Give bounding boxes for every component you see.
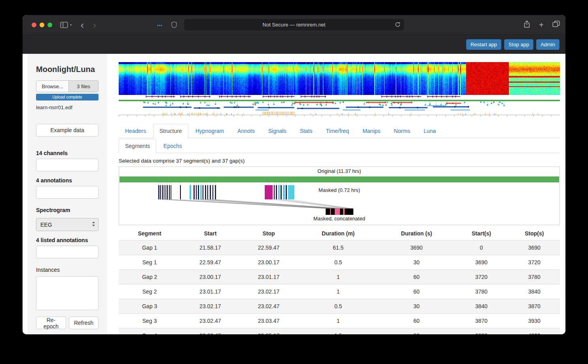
table-cell: 23.01.17 bbox=[240, 270, 298, 284]
column-header: Start bbox=[180, 227, 240, 241]
channels-select-input[interactable] bbox=[36, 159, 99, 171]
table-cell: Gap 3 bbox=[119, 299, 180, 314]
table-cell: 22.59.47 bbox=[180, 255, 240, 270]
zoom-window-button[interactable] bbox=[47, 23, 52, 27]
spectrogram-channel-value: EEG bbox=[40, 222, 52, 228]
subtab-epochs[interactable]: Epochs bbox=[157, 139, 188, 153]
tab-annots[interactable]: Annots bbox=[231, 124, 261, 138]
upload-progress-fill: Upload complete bbox=[36, 94, 99, 100]
uploaded-filename: learn-nsrr01.edf bbox=[36, 104, 99, 110]
file-upload-control[interactable]: Browse... 3 files bbox=[36, 80, 99, 92]
address-bar[interactable]: Not Secure — remnrem.net bbox=[184, 19, 404, 30]
table-cell: 22.59.47 bbox=[240, 241, 298, 255]
table-row: Gap 121.58.1722.59.4761.5369003690 bbox=[119, 241, 560, 255]
address-text: Not Secure — remnrem.net bbox=[263, 22, 326, 28]
table-cell: 3930 bbox=[454, 328, 508, 335]
spectrogram-channel-select[interactable]: EEG bbox=[36, 218, 99, 231]
table-cell: 1 bbox=[298, 270, 379, 284]
table-cell: 3780 bbox=[454, 284, 508, 299]
sidebar-toggle-icon[interactable] bbox=[60, 22, 68, 28]
refresh-button[interactable]: Refresh bbox=[69, 317, 99, 329]
instances-box[interactable] bbox=[36, 276, 99, 310]
forward-button[interactable]: › bbox=[93, 20, 96, 30]
upload-progress-bar: Upload complete bbox=[36, 94, 99, 100]
main-content: HeadersStructureHypnogramAnnotsSignalsSt… bbox=[107, 54, 565, 334]
chevron-down-icon[interactable]: ▾ bbox=[70, 23, 72, 27]
table-cell: 3930 bbox=[509, 314, 560, 328]
table-cell: 23.00.17 bbox=[180, 270, 240, 284]
admin-button[interactable]: Admin bbox=[536, 39, 560, 50]
tab-stats[interactable]: Stats bbox=[294, 124, 319, 138]
table-cell: 3690 bbox=[509, 241, 560, 255]
listed-annotations-input[interactable] bbox=[36, 246, 99, 258]
column-header: Stop(s) bbox=[509, 227, 560, 241]
table-cell: 3840 bbox=[509, 284, 560, 299]
shield-icon[interactable] bbox=[171, 21, 177, 30]
tab-hypnogram[interactable]: Hypnogram bbox=[189, 124, 230, 138]
new-tab-icon[interactable]: + bbox=[539, 21, 544, 29]
table-row: Seg 223.01.1723.02.1716037803840 bbox=[119, 284, 560, 299]
select-stepper-icon bbox=[92, 221, 95, 228]
column-header: Duration (m) bbox=[298, 227, 379, 241]
table-cell: 23.02.47 bbox=[180, 314, 240, 328]
table-row: Gap 423.03.4723.05.171.59039304020 bbox=[119, 328, 560, 335]
tab-signals[interactable]: Signals bbox=[262, 124, 293, 138]
table-cell: 90 bbox=[379, 328, 454, 335]
stop-app-button[interactable]: Stop app bbox=[504, 39, 533, 50]
table-cell: Gap 1 bbox=[119, 241, 180, 255]
sidebar: Moonlight/Luna Browse... 3 files Upload … bbox=[28, 54, 107, 334]
app-title: Moonlight/Luna bbox=[36, 65, 99, 74]
table-cell: 60 bbox=[379, 270, 454, 284]
close-window-button[interactable] bbox=[32, 23, 36, 27]
tab-luna[interactable]: Luna bbox=[417, 124, 442, 138]
column-header: Duration (s) bbox=[379, 227, 454, 241]
annotation-tracks[interactable] bbox=[119, 95, 560, 119]
files-count-badge: 3 files bbox=[69, 81, 98, 92]
sub-tab-bar: SegmentsEpochs bbox=[119, 139, 560, 153]
reload-icon[interactable] bbox=[395, 22, 400, 28]
table-cell: 3870 bbox=[454, 314, 508, 328]
concatenated-label: Masked, concatenated bbox=[119, 216, 560, 222]
table-cell: Gap 4 bbox=[119, 328, 180, 335]
table-row: Seg 323.02.4723.03.4716038703930 bbox=[119, 314, 560, 328]
table-cell: 0 bbox=[454, 241, 508, 255]
table-cell: 60 bbox=[379, 314, 454, 328]
back-button[interactable]: ‹ bbox=[81, 20, 84, 30]
column-header: Start(s) bbox=[454, 227, 508, 241]
table-cell: 30 bbox=[379, 299, 454, 314]
example-data-button[interactable]: Example data bbox=[36, 124, 99, 136]
original-duration-label: Original (11.37 hrs) bbox=[119, 168, 560, 174]
tab-structure[interactable]: Structure bbox=[153, 124, 188, 138]
spectrogram-image[interactable] bbox=[119, 62, 560, 95]
browse-button[interactable]: Browse... bbox=[36, 81, 69, 92]
spectrogram-label: Spectrogram bbox=[36, 207, 99, 213]
re-epoch-button[interactable]: Re-epoch bbox=[36, 317, 66, 329]
share-icon[interactable] bbox=[524, 20, 530, 30]
table-cell: 3840 bbox=[454, 299, 508, 314]
table-cell: 3720 bbox=[509, 255, 560, 270]
segments-table: SegmentStartStopDuration (m)Duration (s)… bbox=[119, 227, 560, 334]
table-cell: 1.5 bbox=[298, 328, 379, 335]
tab-manips[interactable]: Manips bbox=[356, 124, 387, 138]
restart-app-button[interactable]: Restart app bbox=[466, 39, 501, 50]
table-cell: 30 bbox=[379, 255, 454, 270]
tab-headers[interactable]: Headers bbox=[119, 124, 152, 138]
instances-label: Instances bbox=[36, 267, 99, 273]
browser-window: ▾ ‹ › ••• Not Secure — remnrem.net + Res… bbox=[23, 15, 565, 334]
column-header: Segment bbox=[119, 227, 180, 241]
extensions-dots-icon[interactable]: ••• bbox=[157, 23, 163, 28]
annotations-select-input[interactable] bbox=[36, 186, 99, 199]
table-cell: 23.01.17 bbox=[180, 284, 240, 299]
table-cell: Gap 2 bbox=[119, 270, 180, 284]
table-cell: 23.05.17 bbox=[240, 328, 298, 335]
browser-toolbar: ▾ ‹ › ••• Not Secure — remnrem.net + bbox=[23, 15, 565, 35]
subtab-segments[interactable]: Segments bbox=[119, 139, 156, 153]
table-cell: 23.02.17 bbox=[180, 299, 240, 314]
table-cell: 3690 bbox=[379, 241, 454, 255]
tab-time-freq[interactable]: Time/freq bbox=[320, 124, 356, 138]
table-cell: 3780 bbox=[509, 270, 560, 284]
minimize-window-button[interactable] bbox=[40, 23, 44, 27]
tab-overview-icon[interactable] bbox=[552, 21, 560, 29]
table-cell: 21.58.17 bbox=[180, 241, 240, 255]
tab-norms[interactable]: Norms bbox=[387, 124, 416, 138]
